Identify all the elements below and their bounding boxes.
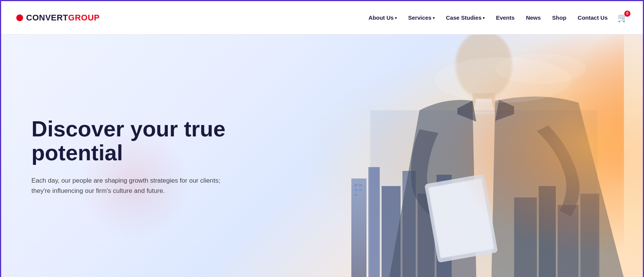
nav-item-events[interactable]: Events	[491, 12, 519, 23]
logo-text: CONVERTGROUP	[26, 13, 100, 23]
nav-item-news[interactable]: News	[521, 12, 545, 23]
hero-background-image	[302, 34, 643, 277]
chevron-down-icon: ▾	[483, 16, 485, 20]
hero-content: Discover your true potential Each day, o…	[1, 94, 259, 219]
header: CONVERTGROUP About Us ▾ Services ▾ Case …	[1, 1, 643, 34]
logo-convert: CONVERT	[26, 13, 68, 22]
cart-badge: 0	[624, 11, 630, 17]
nav-item-shop[interactable]: Shop	[547, 12, 571, 23]
hero-section: Discover your true potential Each day, o…	[1, 34, 643, 277]
nav-item-contact-us[interactable]: Contact Us	[573, 12, 612, 23]
chevron-down-icon: ▾	[395, 16, 397, 20]
chevron-down-icon: ▾	[433, 16, 435, 20]
hero-illustration	[313, 34, 624, 277]
logo-group: GROUP	[68, 13, 100, 22]
logo[interactable]: CONVERTGROUP	[16, 13, 100, 23]
svg-point-30	[495, 53, 586, 84]
nav-item-case-studies[interactable]: Case Studies ▾	[441, 12, 489, 23]
nav-item-about-us[interactable]: About Us ▾	[364, 12, 401, 23]
logo-dot	[16, 14, 23, 21]
hero-title: Discover your true potential	[31, 117, 228, 165]
main-nav: About Us ▾ Services ▾ Case Studies ▾ Eve…	[364, 12, 628, 23]
hero-subtitle: Each day, our people are shaping growth …	[31, 175, 228, 196]
nav-item-services[interactable]: Services ▾	[404, 12, 439, 23]
cart-button[interactable]: 🛒 0	[617, 13, 628, 23]
